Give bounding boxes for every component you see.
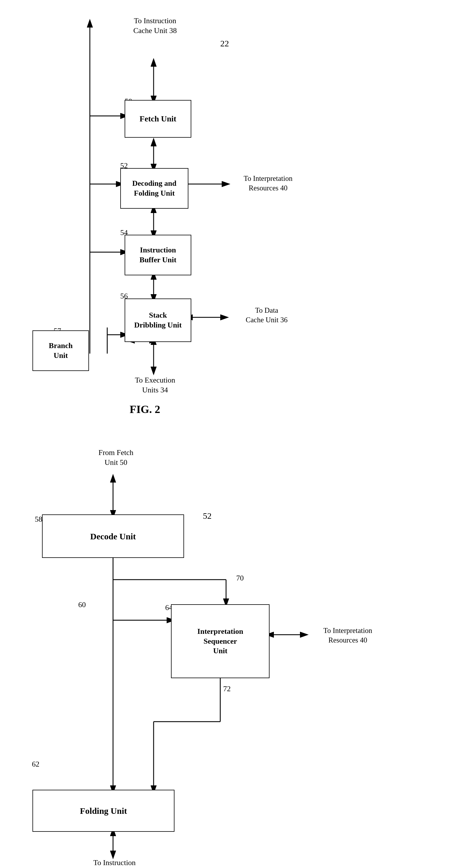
- label-62: 62: [32, 759, 39, 769]
- fig3-ref-label: 52: [203, 510, 212, 521]
- to-instruction-buffer-label: To InstructionBuffer Unit 54: [69, 858, 159, 868]
- to-instruction-cache-label: To InstructionCache Unit 38: [110, 16, 200, 36]
- label-70: 70: [236, 573, 244, 583]
- to-data-cache-label: To DataCache Unit 36: [227, 306, 306, 324]
- from-fetch-label: From FetchUnit 50: [84, 448, 148, 467]
- folding-unit-box: Folding Unit: [32, 790, 175, 832]
- label-60: 60: [78, 600, 86, 610]
- fig2-title: FIG. 2: [101, 403, 188, 415]
- instruction-buffer-unit-box: InstructionBuffer Unit: [125, 235, 191, 275]
- interpretation-sequencer-box: InterpretationSequencerUnit: [171, 604, 270, 678]
- to-execution-label: To ExecutionUnits 34: [116, 375, 194, 395]
- to-interpretation-label: To InterpretationResources 40: [227, 174, 309, 193]
- label-58: 58: [35, 515, 42, 524]
- label-72: 72: [223, 684, 231, 694]
- fig3-to-interpretation-label: To InterpretationResources 40: [307, 626, 389, 645]
- fig3-diagram: From FetchUnit 50 58 52 Decode Unit 70 6…: [0, 432, 464, 868]
- decode-unit-box: Decode Unit: [42, 515, 184, 558]
- decoding-folding-unit-box: Decoding andFolding Unit: [120, 168, 188, 209]
- fetch-unit-box: Fetch Unit: [125, 100, 191, 138]
- branch-unit-box: BranchUnit: [32, 331, 89, 371]
- fig2-diagram: To InstructionCache Unit 38 22 50 Fetch …: [0, 0, 464, 420]
- stack-dribbling-unit-box: StackDribbling Unit: [125, 299, 191, 342]
- fig2-ref-label: 22: [220, 38, 229, 49]
